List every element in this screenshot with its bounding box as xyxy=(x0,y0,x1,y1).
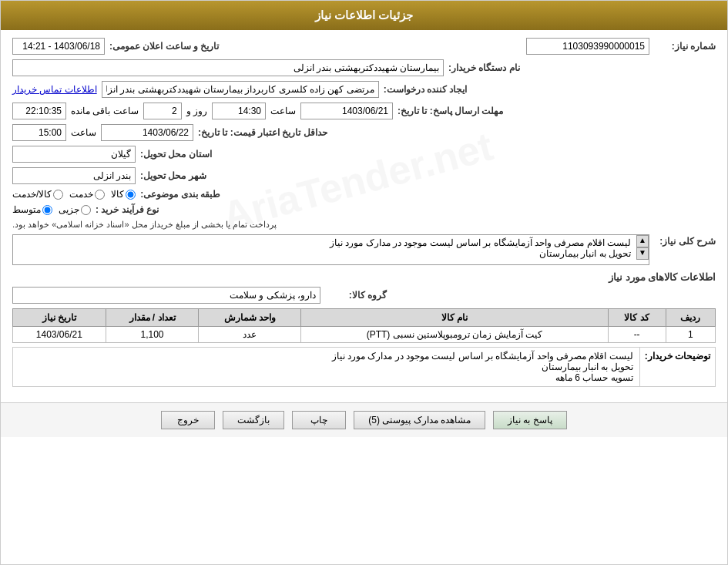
row-tabaqe: طبقه بندی موضوعی: کالا خدمت کالا/خدمت xyxy=(12,189,716,200)
input-shomareNiaz xyxy=(526,38,649,55)
sharh-scroll-box[interactable]: ▲ ▼ لیست اقلام مصرفی واحد آزمایشگاه بر ا… xyxy=(12,234,649,265)
row-ostan: استان محل تحویل: xyxy=(12,146,716,163)
table-header-row: ردیف کد کالا نام کالا واحد شمارش تعداد /… xyxy=(13,309,716,327)
input-hadaqal-saat xyxy=(12,124,66,141)
label-tabaqe: طبقه بندی موضوعی: xyxy=(140,189,220,200)
cell-kod: -- xyxy=(608,327,666,343)
sharh-line1: لیست اقلام مصرفی واحد آزمایشگاه بر اساس … xyxy=(17,237,631,248)
cell-tarikh: 1403/06/21 xyxy=(13,327,106,343)
page-header: جزئیات اطلاعات نیاز xyxy=(1,1,727,30)
row-ijadKonande: ایجاد کننده درخواست: اطلاعات تماس خریدار xyxy=(12,81,716,98)
label-mohlat-roz: روز و xyxy=(186,106,207,116)
tawzihat-content: لیست اقلام مصرفی واحد آزمایشگاه بر اساس … xyxy=(13,348,640,387)
row-noeFarayand: نوع فرآیند خرید : جزیی متوسط xyxy=(12,204,716,215)
row-sharh: شرح کلی نیاز: ▲ ▼ لیست اقلام مصرفی واحد … xyxy=(12,234,716,265)
label-hadaqal-saat: ساعت xyxy=(71,127,96,138)
scroll-up-btn[interactable]: ▲ xyxy=(636,235,649,247)
label-shomareNiaz: شماره نیاز: xyxy=(654,41,716,52)
row-namDastgah: نام دستگاه خریدار: xyxy=(12,59,716,76)
label-sharh: شرح کلی نیاز: xyxy=(654,234,716,247)
radio-khedmat[interactable] xyxy=(95,190,105,200)
col-kod: کد کالا xyxy=(608,309,666,327)
label-namDastgah: نام دستگاه خریدار: xyxy=(448,62,520,73)
row-mohlat: مهلت ارسال پاسخ: تا تاریخ: ساعت روز و سا… xyxy=(12,103,716,119)
cell-tedad: 1,100 xyxy=(106,327,199,343)
tawzihat-line1: لیست اقلام مصرفی واحد آزمایشگاه بر اساس … xyxy=(19,351,633,362)
radio-item-kala[interactable]: کالا xyxy=(111,189,136,200)
radio-group-tabaqe: کالا خدمت کالا/خدمت xyxy=(12,189,136,200)
label-mohlat-saat: ساعت xyxy=(270,106,296,116)
col-vahed: واحد شمارش xyxy=(199,309,301,327)
tawzihat-line2: تحویل به انبار بیمارستان xyxy=(19,362,633,372)
input-namDastgah xyxy=(12,59,444,76)
input-baqi xyxy=(12,103,66,119)
radio-motevaset-label: متوسط xyxy=(12,204,41,215)
input-groheKala xyxy=(12,287,320,304)
input-tarikh xyxy=(12,38,105,55)
radio-kala[interactable] xyxy=(126,190,136,200)
row-groheKala: گروه کالا: xyxy=(12,287,716,304)
row-payment-note: پرداخت تمام یا بخشی از مبلغ خریداز محل «… xyxy=(12,220,716,230)
payment-note-text: پرداخت تمام یا بخشی از مبلغ خریداز محل «… xyxy=(12,220,277,230)
btn-pasakh[interactable]: پاسخ به نیاز xyxy=(493,411,567,429)
col-name: نام کالا xyxy=(301,309,609,327)
kala-table: ردیف کد کالا نام کالا واحد شمارش تعداد /… xyxy=(12,308,716,343)
label-tarikh: تاریخ و ساعت اعلان عمومی: xyxy=(109,41,219,52)
radio-kala-khedmat[interactable] xyxy=(53,190,63,200)
col-tedad: تعداد / مقدار xyxy=(106,309,199,327)
label-tawzihat: توضیحات خریدار: xyxy=(639,348,715,387)
radio-item-khedmat[interactable]: خدمت xyxy=(69,189,105,200)
row-shomareNiaz: شماره نیاز: تاریخ و ساعت اعلان عمومی: xyxy=(12,38,716,55)
radio-item-kala-khedmat[interactable]: کالا/خدمت xyxy=(12,189,63,200)
btn-bazgasht[interactable]: بازگشت xyxy=(223,411,284,429)
btn-khoroj[interactable]: خروج xyxy=(161,411,215,429)
btn-chap[interactable]: چاپ xyxy=(292,411,346,429)
radio-group-farayand: جزیی متوسط xyxy=(12,204,91,215)
input-mohlat-date xyxy=(300,103,393,119)
input-mohlat-saat xyxy=(212,103,266,119)
col-radif: ردیف xyxy=(666,309,715,327)
radio-motevaset[interactable] xyxy=(42,205,52,215)
input-hadaqal-date xyxy=(101,124,193,141)
radio-item-jozi[interactable]: جزیی xyxy=(59,204,91,215)
input-ostan xyxy=(12,146,136,163)
row-hadaqal: حداقل تاریخ اعتبار قیمت: تا تاریخ: ساعت xyxy=(12,124,716,141)
radio-item-motevaset[interactable]: متوسط xyxy=(12,204,52,215)
label-noeFarayand: نوع فرآیند خرید : xyxy=(96,204,159,215)
input-mohlat-roz xyxy=(143,103,182,119)
label-ostan: استان محل تحویل: xyxy=(140,149,212,160)
input-shahr xyxy=(12,167,136,184)
input-ijadKonande xyxy=(102,81,379,98)
label-mohlat: مهلت ارسال پاسخ: تا تاریخ: xyxy=(398,106,503,116)
label-shahr: شهر محل تحویل: xyxy=(140,170,206,181)
label-hadaqal: حداقل تاریخ اعتبار قیمت: تا تاریخ: xyxy=(198,127,327,138)
scroll-down-btn[interactable]: ▼ xyxy=(636,247,649,260)
tawzihat-table: توضیحات خریدار: لیست اقلام مصرفی واحد آز… xyxy=(12,347,716,387)
label-ijadKonande: ایجاد کننده درخواست: xyxy=(384,84,468,95)
radio-jozi[interactable] xyxy=(81,205,91,215)
button-bar: پاسخ به نیاز مشاهده مدارک پیوستی (5) چاپ… xyxy=(1,402,727,437)
sharh-line2: تحویل به انبار بیمارستان xyxy=(17,248,631,259)
kalaInfo-title: اطلاعات کالاهای مورد نیاز xyxy=(12,271,716,283)
radio-kala-khedmat-label: کالا/خدمت xyxy=(12,189,52,200)
label-groheKala: گروه کالا: xyxy=(325,290,387,301)
btn-moshahedeh[interactable]: مشاهده مدارک پیوستی (5) xyxy=(354,411,485,429)
page-title: جزئیات اطلاعات نیاز xyxy=(315,8,413,22)
link-ettelaat-tamas[interactable]: اطلاعات تماس خریدار xyxy=(12,84,97,95)
radio-jozi-label: جزیی xyxy=(59,204,79,215)
cell-vahed: عدد xyxy=(199,327,301,343)
radio-khedmat-label: خدمت xyxy=(69,189,93,200)
content-area: AriaTender.net شماره نیاز: تاریخ و ساعت … xyxy=(1,30,727,395)
cell-name: کیت آزمایش زمان ترومبوپلاستین نسبی (PTT) xyxy=(301,327,609,343)
row-shahr: شهر محل تحویل: xyxy=(12,167,716,184)
page-wrapper: جزئیات اطلاعات نیاز AriaTender.net شماره… xyxy=(0,0,728,565)
table-row: 1--کیت آزمایش زمان ترومبوپلاستین نسبی (P… xyxy=(13,327,716,343)
radio-kala-label: کالا xyxy=(111,189,124,200)
sharh-content: لیست اقلام مصرفی واحد آزمایشگاه بر اساس … xyxy=(13,235,635,261)
col-tarikh: تاریخ نیاز xyxy=(13,309,106,327)
label-baqi: ساعت باقی مانده xyxy=(71,106,139,116)
cell-radif: 1 xyxy=(666,327,715,343)
tawzihat-line3: تسویه حساب 6 ماهه xyxy=(19,372,633,383)
tawzihat-row: توضیحات خریدار: لیست اقلام مصرفی واحد آز… xyxy=(13,348,716,387)
